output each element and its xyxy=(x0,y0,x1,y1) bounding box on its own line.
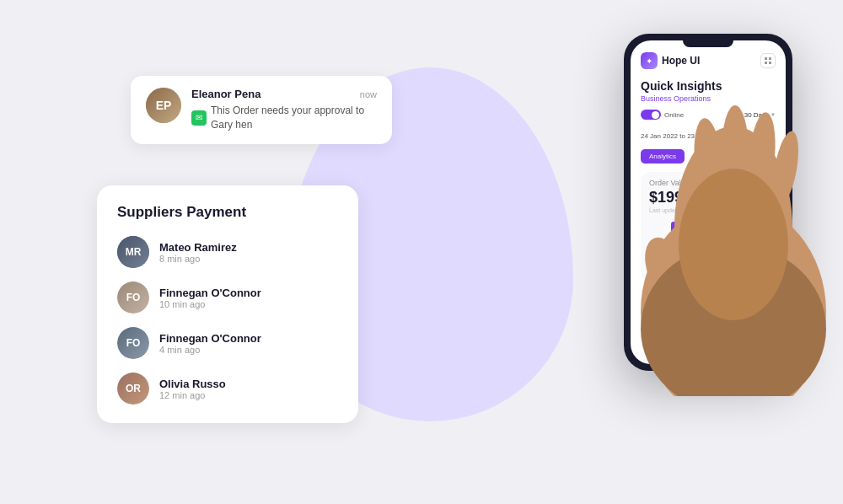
app-logo-area: ✦ Hope UI xyxy=(641,52,700,69)
supplier-time: 8 min ago xyxy=(159,254,237,264)
chart-day-label: S xyxy=(656,265,659,271)
chart-bar xyxy=(755,243,762,264)
view-button[interactable]: View xyxy=(746,180,767,187)
period-label: Past 30 Days xyxy=(728,111,769,119)
online-label: Online xyxy=(664,111,684,119)
chart-bar xyxy=(688,232,695,264)
notification-text: This Order needs your approval to Gary h… xyxy=(211,104,377,132)
message-icon xyxy=(191,110,207,126)
order-value: $199,556 xyxy=(649,189,767,206)
last-updated: Last updated 1 hour ago xyxy=(649,207,767,213)
toggle-switch[interactable] xyxy=(641,110,661,120)
supplier-info: Olivia Russo 12 min ago xyxy=(159,378,226,400)
avatar: MR xyxy=(117,236,149,268)
app-content: Quick Insights Business Operations Onlin… xyxy=(631,74,786,335)
supplier-info: Finnegan O'Connor 10 min ago xyxy=(159,287,261,309)
avatar: OR xyxy=(117,373,149,405)
notification-content: Eleanor Pena now This Order needs your a… xyxy=(191,88,377,132)
bar-group: W xyxy=(701,213,715,271)
supplier-time: 4 min ago xyxy=(159,345,261,355)
supplier-name: Olivia Russo xyxy=(159,378,226,390)
page-subtitle: Business Operations xyxy=(641,94,776,103)
supplier-time: 12 min ago xyxy=(159,390,226,400)
chart-day-label: T xyxy=(723,265,727,271)
analytics-button[interactable]: Analytics xyxy=(641,149,685,164)
list-item: OR Olivia Russo 12 min ago xyxy=(117,373,338,405)
list-item: FO Finnegan O'Connor 4 min ago xyxy=(117,327,338,359)
bar-group: S xyxy=(752,243,765,271)
date-row: 24 Jan 2022 to 23 Feb 2022 xyxy=(641,126,776,142)
phone-screen: ✦ Hope UI Quick Insights Business Operat… xyxy=(631,40,786,364)
supplier-info: Finnegan O'Connor 4 min ago xyxy=(159,332,261,355)
date-range: 24 Jan 2022 to 23 Feb 2022 xyxy=(641,132,725,140)
notification-message: This Order needs your approval to Gary h… xyxy=(191,104,377,132)
chart-day-label: T xyxy=(690,265,693,271)
chart-day-label: W xyxy=(706,265,711,271)
bar-chart: SMTWTFS xyxy=(649,220,767,271)
avatar: FO xyxy=(117,281,149,314)
bar-group: S xyxy=(651,239,664,271)
balance-value: $2590 xyxy=(649,303,767,316)
metric-label-row: Order Value View xyxy=(649,179,767,187)
app-title: Hope UI xyxy=(662,55,700,67)
phone-outer: ✦ Hope UI Quick Insights Business Operat… xyxy=(624,34,792,371)
chart-bar xyxy=(738,217,745,264)
chart-bar xyxy=(654,239,661,264)
online-toggle[interactable]: Online xyxy=(641,110,684,120)
bar-group: T xyxy=(685,232,698,271)
balance-label-row: USD Balance Request Payout xyxy=(649,292,767,301)
notification-avatar: EP xyxy=(146,88,181,123)
app-logo-icon: ✦ xyxy=(641,52,658,69)
suppliers-card: Suppliers Payment MR Mateo Ramirez 8 min… xyxy=(97,185,358,423)
chart-day-label: M xyxy=(673,265,677,271)
svg-rect-0 xyxy=(765,57,767,60)
notification-name: Eleanor Pena xyxy=(191,88,260,100)
list-item: MR Mateo Ramirez 8 min ago xyxy=(117,236,338,268)
list-item: FO Finnegan O'Connor 10 min ago xyxy=(117,281,338,314)
bar-group: T xyxy=(718,226,732,271)
svg-rect-3 xyxy=(769,62,771,64)
chart-day-label: S xyxy=(757,265,760,271)
chart-bar xyxy=(722,226,728,264)
page-title: Quick Insights xyxy=(641,79,776,93)
request-payout-button[interactable]: Request Payout xyxy=(717,293,767,301)
chart-bar xyxy=(671,222,678,264)
svg-rect-1 xyxy=(769,57,771,60)
supplier-name: Mateo Ramirez xyxy=(159,241,237,254)
period-selector[interactable]: Past 30 Days xyxy=(728,111,776,119)
bar-group: M xyxy=(668,222,681,271)
notification-header: Eleanor Pena now xyxy=(191,88,377,100)
notification-card: EP Eleanor Pena now This Order needs you… xyxy=(131,76,392,144)
avatar: FO xyxy=(117,327,149,359)
order-value-label: Order Value xyxy=(649,179,690,187)
chart-bar xyxy=(705,213,711,264)
toggle-row: Online Past 30 Days xyxy=(641,110,776,120)
supplier-name: Finnegan O'Connor xyxy=(159,287,261,299)
expand-icon[interactable] xyxy=(760,53,776,68)
order-value-section: Order Value View $199,556 Last updated 1… xyxy=(641,172,776,281)
phone-notch xyxy=(683,40,733,47)
supplier-time: 10 min ago xyxy=(159,299,261,309)
notification-time: now xyxy=(360,89,377,99)
supplier-name: Finnegan O'Connor xyxy=(159,332,261,345)
balance-label: USD Balance xyxy=(649,292,695,301)
balance-available: Available to pay out xyxy=(649,317,767,323)
bar-group: F xyxy=(735,217,749,271)
balance-section: USD Balance Request Payout $2590 Availab… xyxy=(641,286,776,330)
chart-day-label: F xyxy=(740,265,744,271)
suppliers-title: Suppliers Payment xyxy=(117,204,338,221)
supplier-info: Mateo Ramirez 8 min ago xyxy=(159,241,237,264)
svg-rect-2 xyxy=(765,62,767,64)
phone-mockup: ✦ Hope UI Quick Insights Business Operat… xyxy=(624,34,792,371)
